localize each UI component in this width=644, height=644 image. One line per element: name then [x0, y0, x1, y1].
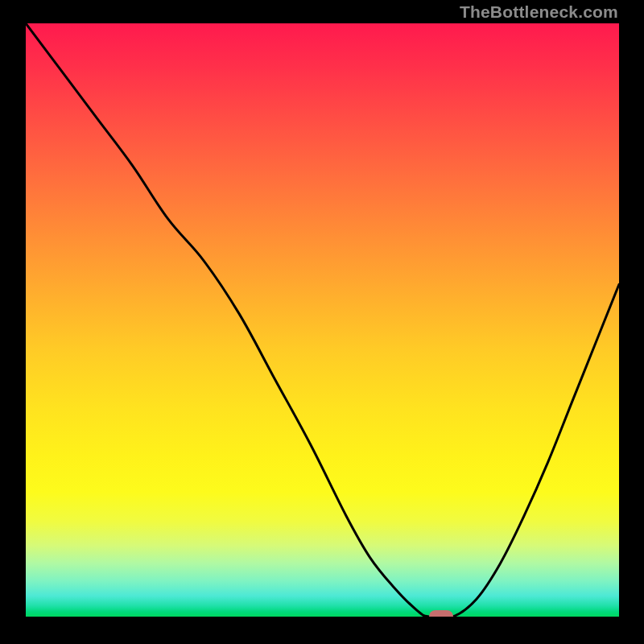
bottleneck-curve [26, 23, 619, 617]
chart-frame: TheBottleneck.com [0, 0, 644, 644]
plot-area [26, 23, 619, 617]
optimal-point-marker [429, 610, 453, 617]
attribution-label: TheBottleneck.com [460, 2, 618, 22]
